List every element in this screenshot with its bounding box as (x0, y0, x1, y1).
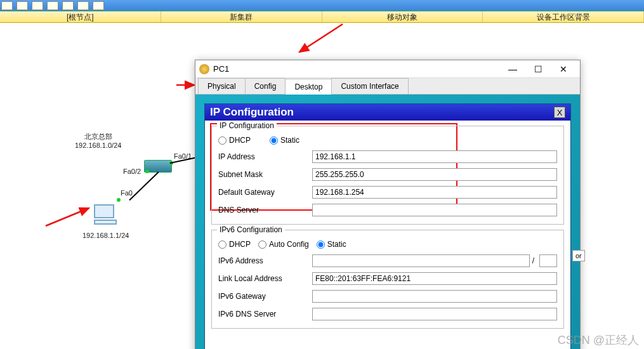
ipv4-group: IP Configuration DHCP Static IP Address … (211, 126, 564, 225)
panel-title: IP Configuration (210, 106, 294, 119)
dialog-title: PC1 (213, 64, 500, 74)
subnet-mask-input[interactable] (312, 168, 557, 181)
ipv6-group: IPv6 Configuration DHCP Auto Config Stat… (211, 230, 564, 329)
maximize-button[interactable]: ☐ (525, 62, 551, 77)
gw-label: Default Gateway (218, 188, 312, 197)
workspace-canvas[interactable]: 北京总部 192.168.1.0/24 Fa0/1 Fa0/2 Fa0 192.… (0, 23, 644, 349)
annotation-arrow (44, 201, 95, 232)
dns-input[interactable] (312, 204, 557, 216)
group-legend: IP Configuration (217, 121, 277, 130)
minimize-button[interactable]: — (500, 62, 525, 77)
radio-static[interactable]: Static (270, 136, 299, 145)
port-label: Fa0/2 (123, 167, 141, 176)
ipv6-dns-input[interactable] (312, 308, 557, 320)
ipv6-prefix-input[interactable] (539, 254, 557, 267)
tab-desktop[interactable]: Desktop (285, 79, 332, 95)
link-local-input[interactable] (312, 272, 557, 285)
pc-dialog: PC1 — ☐ ✕ Physical Config Desktop Custom… (195, 60, 581, 349)
tab-custom[interactable]: Custom Interface (331, 78, 408, 94)
menu-device-bg[interactable]: 设备工作区背景 (483, 11, 644, 22)
port-label: Fa0 (121, 188, 133, 197)
ipv6-dns-label: IPv6 DNS Server (218, 310, 312, 319)
panel-close-button[interactable]: X (554, 107, 565, 118)
toolbar (0, 0, 644, 11)
site-label: 北京总部 192.168.1.0/24 (75, 132, 121, 150)
desktop-background: IP Configuration X IP Configuration DHCP… (195, 95, 580, 349)
menubar: [根节点] 新集群 移动对象 设备工作区背景 (0, 11, 644, 23)
toolbar-icon[interactable] (32, 1, 43, 10)
menu-new-cluster[interactable]: 新集群 (161, 11, 322, 22)
radio-static-v6[interactable]: Static (317, 240, 346, 249)
radio-autoconfig[interactable]: Auto Config (258, 240, 309, 249)
pc-icon (199, 64, 209, 74)
close-button[interactable]: ✕ (551, 62, 576, 77)
ip-config-panel: IP Configuration X IP Configuration DHCP… (204, 103, 571, 349)
ipv6-addr-label: IPv6 Address (218, 256, 312, 265)
mask-label: Subnet Mask (218, 170, 312, 179)
tab-physical[interactable]: Physical (198, 78, 246, 94)
gateway-input[interactable] (312, 186, 557, 199)
link-local-label: Link Local Address (218, 274, 312, 283)
dialog-titlebar[interactable]: PC1 — ☐ ✕ (195, 60, 580, 78)
ipv6-gateway-input[interactable] (312, 290, 557, 303)
ip-label: IP Address (218, 152, 312, 161)
ip-address-input[interactable] (312, 150, 557, 163)
svg-line-0 (46, 208, 89, 226)
side-indicator: or (572, 250, 585, 261)
tab-config[interactable]: Config (245, 78, 286, 94)
group-legend: IPv6 Configuration (217, 225, 285, 234)
watermark: CSDN @正经人 (558, 333, 639, 348)
ipv6-gw-label: IPv6 Gateway (218, 292, 312, 301)
pc-device[interactable] (94, 204, 121, 225)
menu-move-object[interactable]: 移动对象 (322, 11, 483, 22)
radio-dhcp[interactable]: DHCP (218, 136, 251, 145)
ipv6-address-input[interactable] (312, 254, 530, 267)
toolbar-icon[interactable] (16, 1, 28, 10)
dns-label: DNS Server (218, 206, 312, 214)
toolbar-icon[interactable] (47, 1, 58, 10)
toolbar-icon[interactable] (77, 1, 89, 10)
toolbar-icon[interactable] (1, 1, 13, 10)
tab-strip: Physical Config Desktop Custom Interface (195, 78, 580, 95)
toolbar-icon[interactable] (62, 1, 74, 10)
pc-addr-label: 192.168.1.1/24 (82, 231, 129, 240)
toolbar-icon[interactable] (93, 1, 104, 10)
radio-dhcp-v6[interactable]: DHCP (218, 240, 251, 249)
annotation-arrow (292, 22, 349, 60)
svg-line-2 (299, 24, 343, 52)
menu-root-node[interactable]: [根节点] (0, 11, 161, 22)
